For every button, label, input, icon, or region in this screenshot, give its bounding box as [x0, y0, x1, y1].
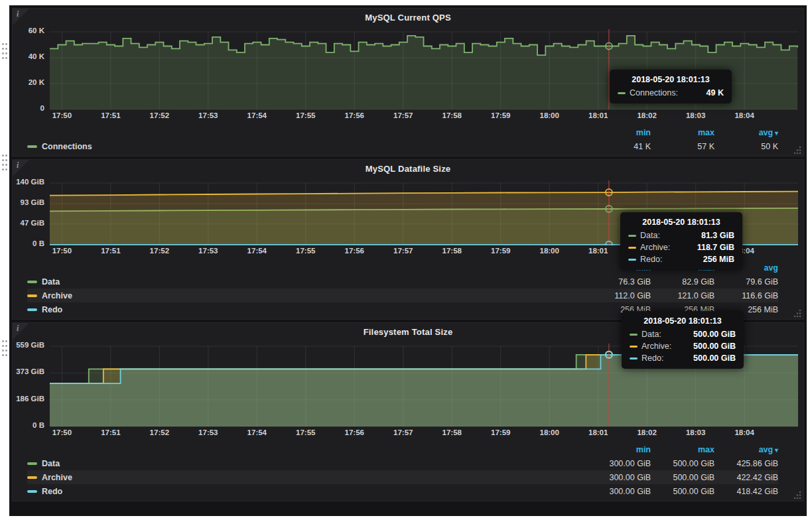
legend-header-row: min max avg ▾: [27, 126, 778, 139]
x-tick-label: 17:58: [436, 247, 468, 255]
legend-item-archive[interactable]: Archive: [27, 291, 587, 300]
x-tick-label: 17:55: [290, 247, 322, 255]
y-tick-label: 0 B: [33, 239, 44, 247]
row-drag-handle[interactable]: [1, 42, 8, 60]
x-tick-label: 17:54: [241, 428, 273, 436]
y-tick-label: 373 GiB: [16, 367, 44, 375]
y-tick-label: 186 GiB: [16, 395, 44, 403]
legend-item-archive[interactable]: Archive: [27, 473, 587, 482]
x-tick-label: 18:04: [728, 247, 760, 255]
legend-stat-avg-header[interactable]: avg ▾: [714, 128, 778, 137]
y-tick-label: 0: [40, 104, 44, 112]
x-axis: 17:5017:5117:5217:5317:5417:5517:5617:57…: [50, 110, 798, 121]
x-tick-label: 17:51: [95, 428, 127, 436]
legend: min max avg ▾ Data 300.00 GiB 500.00 GiB…: [18, 443, 798, 498]
x-axis: 17:5017:5117:5217:5317:5417:5517:5617:57…: [50, 427, 798, 438]
legend-row-data: Data 300.00 GiB 500.00 GiB 425.86 GiB: [27, 456, 778, 470]
y-tick-label: 140 GiB: [16, 178, 44, 186]
legend-stat-max-header[interactable]: max: [651, 445, 714, 454]
resize-handle[interactable]: [793, 308, 802, 318]
x-tick-label: 17:53: [192, 247, 224, 255]
legend-item-data[interactable]: Data: [27, 277, 587, 287]
stat-max-value: 121.0 GiB: [651, 291, 714, 300]
stat-min-value: 76.3 GiB: [587, 277, 651, 287]
x-tick-label: 18:01: [582, 247, 614, 255]
y-tick-label: 47 GiB: [21, 219, 44, 227]
legend-row-connections: Connections 41 K 57 K 50 K: [27, 139, 778, 153]
panel-title[interactable]: Filesystem Total Size: [18, 323, 798, 340]
resize-dots-icon: [793, 490, 802, 499]
x-tick-label: 18:01: [582, 428, 614, 436]
row-drag-handle[interactable]: [1, 339, 8, 358]
legend-stat-max-header[interactable]: max: [651, 263, 714, 273]
legend-item-data[interactable]: Data: [27, 459, 587, 468]
y-tick-label: 93 GiB: [21, 198, 44, 206]
x-tick-label: 17:57: [387, 247, 419, 255]
row-drag-handle[interactable]: [1, 153, 8, 172]
stat-min-value: 300.00 GiB: [587, 473, 651, 482]
x-tick-label: 17:58: [436, 428, 468, 436]
x-tick-label: 18:02: [631, 111, 663, 119]
x-tick-label: 17:57: [387, 428, 419, 436]
chart-plot[interactable]: [50, 340, 798, 427]
stat-avg-value: 418.42 GiB: [714, 487, 778, 496]
x-tick-label: 17:58: [436, 111, 468, 119]
panel-title[interactable]: MySQL Current QPS: [18, 9, 798, 25]
drag-dots-icon: [1, 153, 8, 172]
panel-mysql-current-qps: i MySQL Current QPS 020 K40 K60 K 17:501…: [12, 8, 804, 157]
x-tick-label: 17:51: [95, 111, 127, 119]
x-tick-label: 17:52: [143, 111, 175, 119]
x-tick-label: 18:04: [728, 428, 760, 436]
legend-row-redo: Redo 300.00 GiB 500.00 GiB 418.42 GiB: [27, 484, 778, 498]
resize-dots-icon: [793, 145, 802, 155]
series-area-Redo: [50, 355, 798, 426]
x-tick-label: 18:03: [680, 111, 712, 119]
legend-header-row: min max avg: [27, 261, 778, 275]
x-tick-label: 18:03: [680, 428, 712, 436]
stat-avg-value: 256 MiB: [714, 305, 778, 314]
legend-row-archive: Archive 300.00 GiB 500.00 GiB 422.42 GiB: [27, 470, 778, 484]
resize-handle[interactable]: [793, 145, 802, 155]
legend-stat-max-header[interactable]: max: [651, 128, 714, 137]
stat-max-value: 57 K: [651, 142, 714, 151]
stat-max-value: 500.00 GiB: [651, 487, 714, 496]
x-tick-label: 18:02: [631, 247, 663, 255]
legend-stat-avg-header[interactable]: avg ▾: [714, 445, 778, 454]
panel-title[interactable]: MySQL Datafile Size: [18, 160, 798, 176]
legend-stat-avg-header[interactable]: avg: [714, 263, 778, 273]
x-tick-label: 18:04: [728, 111, 760, 119]
caret-down-icon: ▾: [773, 446, 778, 454]
drag-dots-icon: [1, 339, 8, 358]
series-color-dash: [27, 462, 37, 465]
legend-stat-min-header[interactable]: min: [587, 263, 651, 273]
x-tick-label: 17:59: [485, 247, 517, 255]
x-tick-label: 18:00: [533, 428, 565, 436]
x-tick-label: 17:55: [290, 111, 322, 119]
y-axis: 0 B47 GiB93 GiB140 GiB: [18, 176, 50, 245]
legend-item-redo[interactable]: Redo: [27, 487, 587, 496]
legend-stat-min-header[interactable]: min: [587, 445, 651, 454]
legend-item-connections[interactable]: Connections: [27, 142, 587, 151]
chart-plot[interactable]: [50, 176, 798, 245]
legend-header-row: min max avg ▾: [27, 443, 778, 456]
legend-item-redo[interactable]: Redo: [27, 305, 587, 314]
legend-row-data: Data 76.3 GiB 82.9 GiB 79.6 GiB: [27, 275, 778, 289]
x-tick-label: 17:56: [338, 111, 370, 119]
x-tick-label: 17:53: [192, 111, 224, 119]
stat-max-value: 500.00 GiB: [651, 459, 714, 468]
x-axis: 17:5017:5117:5217:5317:5417:5517:5617:57…: [50, 245, 798, 257]
page: i MySQL Current QPS 020 K40 K60 K 17:501…: [0, 0, 812, 520]
resize-handle[interactable]: [793, 490, 802, 499]
stat-max-value: 82.9 GiB: [651, 277, 714, 287]
stat-max-value: 500.00 GiB: [651, 473, 714, 482]
chart-plot[interactable]: [50, 25, 798, 110]
stat-min-value: 41 K: [587, 142, 651, 151]
x-tick-label: 17:56: [338, 247, 370, 255]
legend-stat-min-header[interactable]: min: [587, 128, 651, 137]
stat-avg-value: 50 K: [714, 142, 778, 151]
dashboard: i MySQL Current QPS 020 K40 K60 K 17:501…: [9, 5, 807, 516]
x-tick-label: 17:51: [95, 247, 127, 255]
stat-avg-value: 425.86 GiB: [714, 459, 778, 468]
x-tick-label: 17:54: [241, 247, 273, 255]
x-tick-label: 17:50: [46, 428, 78, 436]
